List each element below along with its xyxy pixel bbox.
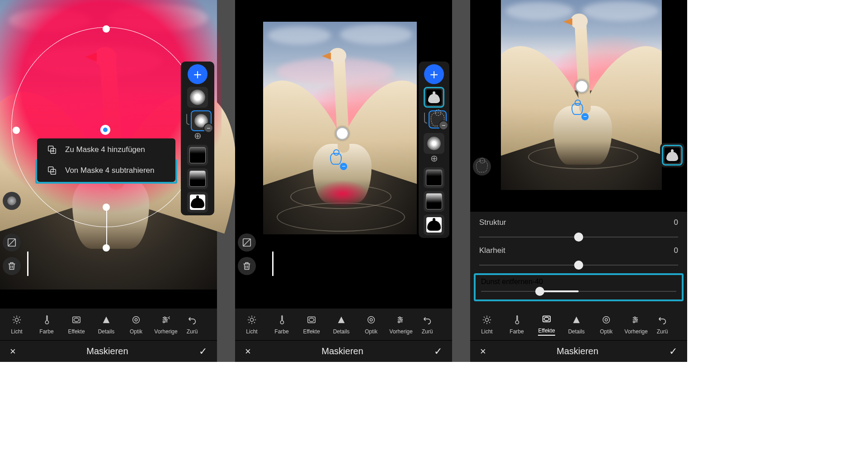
svg-point-5 xyxy=(15,318,18,321)
invert-mask-button[interactable] xyxy=(3,233,21,252)
tab-details[interactable]: Details xyxy=(326,314,356,335)
mask-pin-radial[interactable] xyxy=(575,80,589,93)
tab-zurueck[interactable]: Zurü xyxy=(416,314,439,335)
mode-title: Maskieren xyxy=(86,346,128,356)
svg-point-10 xyxy=(164,317,165,319)
vignette-icon xyxy=(71,314,82,326)
svg-point-24 xyxy=(544,317,549,320)
confirm-button[interactable]: ✓ xyxy=(199,346,207,357)
zoom-badge-icon[interactable]: ⊕ xyxy=(194,134,202,139)
effects-sliders: Struktur0 Klarheit0 Dunst entfernen-40 xyxy=(470,212,687,309)
tab-details[interactable]: Details xyxy=(561,314,591,335)
panel-2: − ＋ − ⊕ xyxy=(235,0,452,362)
adjust-toolbar: Licht Farbe Effekte Details Optik Vorher… xyxy=(0,309,217,340)
svg-point-25 xyxy=(603,317,610,323)
svg-point-18 xyxy=(370,318,373,321)
confirm-button[interactable]: ✓ xyxy=(669,346,677,357)
mask-thumb-linear-2[interactable] xyxy=(424,191,444,212)
svg-point-27 xyxy=(634,317,636,319)
tab-vorherige[interactable]: Vorherige xyxy=(621,314,651,335)
adjust-toolbar: Licht Farbe Effekte Details Optik Vorher… xyxy=(235,309,452,340)
add-mask-button[interactable]: ＋ xyxy=(424,64,444,84)
mask-action-popup: Zu Maske 4 hinzufügen Von Maske 4 subtra… xyxy=(37,138,175,182)
mask-thumb-linear-2[interactable] xyxy=(187,168,208,189)
tab-farbe[interactable]: Farbe xyxy=(502,314,532,335)
delete-mask-button[interactable] xyxy=(3,257,21,275)
subject-tool-button[interactable] xyxy=(473,157,491,176)
slider-struktur[interactable]: Struktur0 xyxy=(470,215,687,243)
tab-effekte[interactable]: Effekte xyxy=(532,313,561,336)
tab-licht[interactable]: Licht xyxy=(2,314,32,335)
svg-point-22 xyxy=(485,318,488,321)
histogram-marker xyxy=(272,252,274,276)
mask-thumb-subject-sub[interactable]: − xyxy=(429,110,447,128)
bottom-bar: × Maskieren ✓ xyxy=(470,340,687,362)
close-button[interactable]: × xyxy=(10,346,16,357)
histogram-marker xyxy=(27,252,28,276)
tab-optik[interactable]: Optik xyxy=(356,314,386,335)
subtract-from-mask-label: Von Maske 4 subtrahieren xyxy=(65,166,155,175)
delete-mask-button[interactable] xyxy=(238,257,256,275)
overlay-toggle-button[interactable] xyxy=(3,192,21,210)
tab-licht[interactable]: Licht xyxy=(472,314,502,335)
mask-thumb-swan-selected[interactable] xyxy=(662,145,683,166)
confirm-button[interactable]: ✓ xyxy=(434,346,442,357)
add-to-mask-label: Zu Maske 4 hinzufügen xyxy=(65,145,145,154)
svg-point-21 xyxy=(398,321,400,323)
tab-details[interactable]: Details xyxy=(91,314,121,335)
svg-point-28 xyxy=(636,319,637,321)
svg-point-29 xyxy=(633,321,635,323)
mask-thumb-radial-soft[interactable] xyxy=(187,87,208,108)
tab-effekte[interactable]: Effekte xyxy=(61,314,91,335)
left-tool-column xyxy=(238,233,256,275)
mask-thumb-swan-selected[interactable] xyxy=(424,87,444,108)
mask-thumb-linear-1[interactable] xyxy=(187,145,208,166)
tab-zurueck[interactable]: Zurü xyxy=(181,314,203,335)
minus-badge-icon: − xyxy=(203,123,213,133)
mask-center-handle[interactable] xyxy=(100,125,110,135)
undo-icon xyxy=(186,314,198,326)
mask-thumb-linear-1[interactable] xyxy=(424,167,444,188)
left-tool-column xyxy=(3,192,21,275)
close-button[interactable]: × xyxy=(480,346,486,357)
bottom-bar: × Maskieren ✓ xyxy=(0,340,217,362)
mask-pin-subject-subtract[interactable]: − xyxy=(330,153,345,168)
add-to-layer-icon xyxy=(47,145,57,155)
tab-effekte[interactable]: Effekte xyxy=(297,314,326,335)
triangle-icon xyxy=(100,314,112,326)
mask-pin-radial[interactable] xyxy=(335,127,349,140)
mask-pin-subject-subtract[interactable]: − xyxy=(571,103,587,119)
add-mask-button[interactable]: ＋ xyxy=(188,64,208,84)
add-to-mask-row[interactable]: Zu Maske 4 hinzufügen xyxy=(37,138,175,161)
left-tool-column xyxy=(473,157,491,176)
panel-1: Zu Maske 4 hinzufügen Von Maske 4 subtra… xyxy=(0,0,217,362)
subtract-from-layer-icon xyxy=(47,166,57,176)
mode-title: Maskieren xyxy=(557,346,598,356)
invert-mask-button[interactable] xyxy=(238,233,256,252)
tab-farbe[interactable]: Farbe xyxy=(267,314,297,335)
tab-optik[interactable]: Optik xyxy=(121,314,151,335)
tab-licht[interactable]: Licht xyxy=(237,314,267,335)
mask-palette xyxy=(660,143,684,167)
tab-farbe[interactable]: Farbe xyxy=(32,314,61,335)
branch-icon xyxy=(184,114,190,128)
slider-dunst-entfernen[interactable]: Dunst entfernen-40 xyxy=(474,273,684,301)
zoom-badge-icon[interactable]: ⊕ xyxy=(430,157,438,162)
tab-optik[interactable]: Optik xyxy=(591,314,621,335)
mask-thumb-radial[interactable] xyxy=(424,133,444,154)
svg-point-17 xyxy=(368,317,375,323)
plus-icon: ＋ xyxy=(427,65,441,84)
close-button[interactable]: × xyxy=(245,346,251,357)
plus-icon: ＋ xyxy=(191,65,204,84)
slider-klarheit[interactable]: Klarheit0 xyxy=(470,243,687,271)
tab-vorherige[interactable]: Vorherige xyxy=(386,314,416,335)
svg-point-20 xyxy=(401,319,402,321)
mask-thumb-swan-white[interactable] xyxy=(424,214,444,235)
mask-thumb-swan[interactable] xyxy=(187,192,208,213)
svg-point-26 xyxy=(605,318,608,321)
mask-thumb-radial-selected[interactable]: − xyxy=(191,110,212,131)
tab-vorherige[interactable]: Vorherige xyxy=(151,314,181,335)
tab-zurueck[interactable]: Zurü xyxy=(651,314,674,335)
subtract-from-mask-row[interactable]: Von Maske 4 subtrahieren xyxy=(35,159,177,184)
svg-point-19 xyxy=(399,317,401,319)
